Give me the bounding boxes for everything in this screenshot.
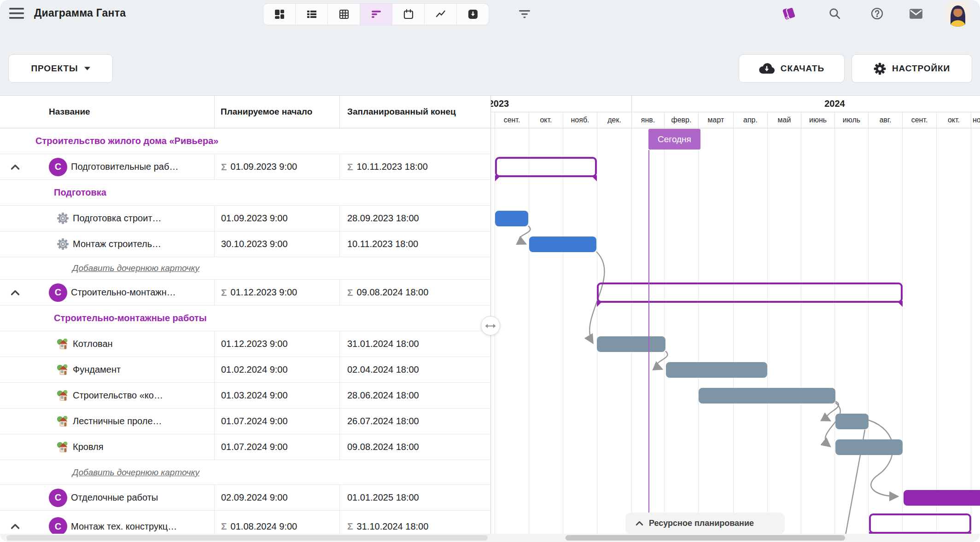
gantt-task-bar[interactable] [904, 490, 980, 506]
gantt-task-bar[interactable] [597, 336, 665, 352]
planned-end-cell[interactable]: 01.01.2025 18:00 [339, 485, 490, 510]
table-row-task[interactable]: Строительство «ко…01.03.2024 9:0028.06.2… [0, 383, 490, 409]
month-gridline [698, 128, 699, 534]
gantt-task-bar[interactable] [666, 362, 767, 378]
help-icon[interactable] [871, 7, 883, 20]
collapse-chevron-icon[interactable] [11, 290, 20, 295]
gantt-canvas[interactable]: СегодняРесурсное планирование [491, 128, 980, 534]
planned-end-cell[interactable]: 28.06.2024 18:00 [339, 383, 490, 408]
planned-start-value: 01.07.2024 9:00 [221, 416, 288, 427]
planned-start-cell[interactable]: 30.10.2023 9:00 [214, 231, 339, 257]
month-label: нояб. [563, 112, 597, 128]
planned-start-cell[interactable]: 02.09.2024 9:00 [214, 485, 339, 510]
table-row-summary[interactable]: CОтделочные работы02.09.2024 9:0001.01.2… [0, 485, 490, 511]
projects-dropdown-button[interactable]: ПРОЕКТЫ [8, 54, 113, 83]
task-name: Монтаж тех. конструкц… [71, 521, 177, 532]
collapse-chevron-icon[interactable] [11, 524, 20, 529]
calendar-icon [403, 9, 414, 19]
resource-planning-toggle[interactable]: Ресурсное планирование [625, 513, 785, 534]
cards-logo-icon[interactable] [780, 4, 799, 23]
chart-scrollbar-thumb[interactable] [566, 535, 845, 541]
gantt-task-bar[interactable] [835, 414, 869, 429]
settings-button[interactable]: НАСТРОЙКИ [852, 54, 972, 83]
planned-end-cell[interactable]: 02.04.2024 18:00 [339, 357, 490, 382]
sigma-icon: Σ [347, 287, 353, 298]
gantt-task-bar[interactable] [835, 439, 903, 455]
month-label: окт. [936, 112, 971, 128]
table-row-task[interactable]: Котлован01.12.2023 9:0031.01.2024 18:00 [0, 331, 490, 357]
mail-icon[interactable] [909, 8, 923, 20]
planned-end-cell[interactable]: 09.08.2024 18:00 [339, 434, 490, 460]
table-row-subgroup[interactable]: Подготовка [0, 180, 490, 206]
group-label: Строительство жилого дома «Ривьера» [0, 136, 218, 146]
table-row-task[interactable]: Подготовка строит…01.09.2023 9:0028.09.2… [0, 206, 490, 231]
projects-button-label: ПРОЕКТЫ [31, 63, 78, 74]
planned-end-cell[interactable]: 10.11.2023 18:00 [339, 231, 490, 257]
table-row-task[interactable]: Фундамент01.02.2024 9:0002.04.2024 18:00 [0, 357, 490, 383]
user-avatar[interactable] [945, 1, 971, 27]
gantt-summary-bracket[interactable] [495, 157, 597, 177]
view-tab-list[interactable] [295, 4, 327, 25]
month-label: янв. [631, 112, 664, 128]
view-tab-table[interactable] [327, 4, 360, 25]
table-resize-handle[interactable] [481, 316, 500, 335]
view-tab-trend[interactable] [424, 4, 456, 25]
page-title: Диаграмма Ганта [34, 7, 126, 19]
add-child-card-link[interactable]: Добавить дочернюю карточку [0, 263, 199, 273]
planned-end-cell[interactable]: 31.01.2024 18:00 [339, 331, 490, 357]
planned-start-cell[interactable]: 01.07.2024 9:00 [214, 409, 339, 434]
collapse-chevron-icon[interactable] [11, 164, 20, 170]
planned-end-value: 28.06.2024 18:00 [347, 390, 419, 401]
view-tab-dashboard[interactable] [263, 4, 295, 25]
view-switcher [263, 3, 489, 25]
planned-start-cell[interactable]: Σ01.12.2023 9:00 [214, 280, 339, 305]
planned-start-value: 01.12.2023 9:00 [231, 287, 298, 298]
card-type-badge: C [49, 158, 67, 176]
add-child-card-link[interactable]: Добавить дочернюю карточку [0, 467, 199, 478]
task-name: Подготовительные раб… [71, 161, 178, 172]
table-scrollbar-thumb[interactable] [6, 535, 488, 541]
planned-end-cell[interactable]: 28.09.2023 18:00 [339, 206, 490, 231]
task-name-cell: Монтаж строитель… [0, 231, 214, 257]
gantt-task-bar[interactable] [495, 211, 528, 226]
download-button[interactable]: СКАЧАТЬ [739, 54, 845, 83]
settings-button-label: НАСТРОЙКИ [892, 63, 950, 74]
planned-start-cell[interactable]: 01.09.2023 9:00 [214, 206, 339, 231]
planned-start-cell[interactable]: 01.03.2024 9:00 [214, 383, 339, 408]
planned-start-value: 30.10.2023 9:00 [221, 239, 288, 249]
search-icon[interactable] [828, 7, 841, 20]
planned-start-cell[interactable]: 01.07.2024 9:00 [214, 434, 339, 460]
planned-end-cell[interactable]: Σ09.08.2024 18:00 [339, 280, 490, 305]
hamburger-menu-icon[interactable] [9, 7, 24, 19]
view-tab-calendar[interactable] [392, 4, 424, 25]
table-row-summary[interactable]: CСтроительно-монтажн…Σ01.12.2023 9:00Σ09… [0, 280, 490, 306]
house-icon [57, 441, 69, 453]
task-name-cell: Лестничные проле… [0, 409, 214, 434]
table-row-subgroup[interactable]: Строительно-монтажные работы [0, 306, 490, 331]
planned-end-cell[interactable]: Σ10.11.2023 18:00 [339, 154, 490, 179]
month-gridline [733, 128, 734, 534]
planned-end-value: 10.11.2023 18:00 [347, 239, 418, 249]
planned-end-value: 01.01.2025 18:00 [347, 492, 419, 503]
sigma-icon: Σ [347, 521, 353, 532]
subgroup-label: Подготовка [0, 187, 106, 198]
gantt-summary-bracket[interactable] [869, 513, 971, 534]
gantt-summary-bracket[interactable] [597, 283, 903, 303]
filter-icon[interactable] [518, 8, 531, 19]
table-row-task[interactable]: Монтаж строитель…30.10.2023 9:0010.11.20… [0, 231, 490, 257]
planned-start-cell[interactable]: 01.02.2024 9:00 [214, 357, 339, 382]
month-label: дек. [597, 112, 631, 128]
planned-start-cell[interactable]: Σ01.09.2023 9:00 [214, 154, 339, 179]
view-tab-gantt[interactable] [360, 4, 392, 25]
gantt-task-bar[interactable] [529, 236, 596, 252]
month-gridline [936, 128, 937, 534]
planned-end-cell[interactable]: 26.07.2024 18:00 [339, 409, 490, 434]
planned-start-cell[interactable]: 01.12.2023 9:00 [214, 331, 339, 357]
gantt-task-bar[interactable] [699, 388, 835, 404]
table-row-group[interactable]: Строительство жилого дома «Ривьера» [0, 128, 490, 154]
table-row-task[interactable]: Лестничные проле…01.07.2024 9:0026.07.20… [0, 409, 490, 434]
table-row-summary[interactable]: CПодготовительные раб…Σ01.09.2023 9:00Σ1… [0, 154, 490, 180]
planned-end-value: 10.11.2023 18:00 [357, 161, 428, 172]
table-row-task[interactable]: Кровля01.07.2024 9:0009.08.2024 18:00 [0, 434, 490, 460]
view-tab-archive[interactable] [456, 4, 489, 25]
